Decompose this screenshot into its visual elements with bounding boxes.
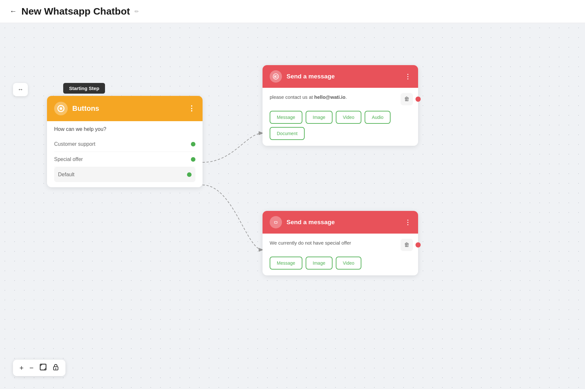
zoom-in-button[interactable]: + <box>19 364 24 372</box>
action-audio-1[interactable]: Audio <box>365 111 391 124</box>
node-title: Buttons <box>72 104 183 113</box>
red-dot-2 <box>415 242 421 248</box>
page-title: New Whatsapp Chatbot <box>21 6 130 17</box>
action-message-1[interactable]: Message <box>270 111 302 124</box>
send-message-2: We currently do not have special offer <box>270 239 411 247</box>
header: ← New Whatsapp Chatbot ✏ <box>0 0 585 23</box>
node-header: Buttons ⋮ <box>47 96 203 121</box>
send-card-1: Send a message ⋮ please contact us at he… <box>263 65 418 146</box>
default-dot <box>187 172 192 177</box>
send-title-1: Send a message <box>287 73 400 80</box>
buttons-node-card: Buttons ⋮ How can we help you? Customer … <box>47 96 203 187</box>
send-message-1: please contact us at hello@wati.io. <box>270 94 411 101</box>
send-card-2: Send a message ⋮ We currently do not hav… <box>263 211 418 275</box>
radio-icon <box>57 105 64 112</box>
trash-button-1[interactable]: 🗑 <box>401 93 413 105</box>
special-offer-label: Special offer <box>54 156 83 162</box>
send-menu-2[interactable]: ⋮ <box>404 218 411 226</box>
send-body-2: We currently do not have special offer 🗑 <box>263 234 418 257</box>
action-video-1[interactable]: Video <box>336 111 362 124</box>
send-icon-2 <box>270 216 282 228</box>
svg-rect-2 <box>275 222 277 224</box>
resize-button[interactable]: ↔ <box>13 83 28 96</box>
send-message-bold-1: hello@wati.io <box>314 94 345 100</box>
special-offer-dot <box>191 157 195 162</box>
node-menu-icon[interactable]: ⋮ <box>188 104 195 113</box>
fit-icon[interactable] <box>40 363 47 372</box>
button-row-default[interactable]: Default <box>54 167 195 182</box>
button-row-customer-support[interactable]: Customer support <box>54 137 195 152</box>
red-dot-1 <box>415 97 421 102</box>
canvas: ↔ Starting Step Buttons ⋮ How can we hel… <box>0 23 585 389</box>
lock-icon[interactable] <box>53 363 59 372</box>
buttons-icon <box>54 102 68 115</box>
customer-support-dot <box>191 142 195 146</box>
action-image-2[interactable]: Image <box>306 257 333 270</box>
node-body: How can we help you? Customer support Sp… <box>47 121 203 187</box>
edit-icon[interactable]: ✏ <box>135 8 139 15</box>
send-body-1: please contact us at hello@wati.io. 🗑 <box>263 88 418 111</box>
action-image-1[interactable]: Image <box>306 111 333 124</box>
node-question: How can we help you? <box>54 126 195 132</box>
back-button[interactable]: ← <box>10 7 17 16</box>
send-menu-1[interactable]: ⋮ <box>404 73 411 80</box>
action-video-2[interactable]: Video <box>336 257 362 270</box>
send-icon-1 <box>270 70 282 83</box>
action-message-2[interactable]: Message <box>270 257 302 270</box>
button-row-special-offer[interactable]: Special offer <box>54 152 195 167</box>
send-actions-1: Message Image Video Audio Document <box>263 111 418 146</box>
send-header-1: Send a message ⋮ <box>263 65 418 88</box>
starting-step-label: Starting Step <box>63 83 105 94</box>
zoom-out-button[interactable]: − <box>29 364 34 372</box>
svg-point-7 <box>55 368 56 369</box>
send-title-2: Send a message <box>287 219 400 226</box>
send-actions-2: Message Image Video <box>263 257 418 275</box>
customer-support-label: Customer support <box>54 141 95 147</box>
zoom-controls: + − <box>13 360 65 376</box>
trash-button-2[interactable]: 🗑 <box>401 239 413 251</box>
send-header-2: Send a message ⋮ <box>263 211 418 234</box>
default-label: Default <box>58 172 75 178</box>
action-document-1[interactable]: Document <box>270 127 305 140</box>
